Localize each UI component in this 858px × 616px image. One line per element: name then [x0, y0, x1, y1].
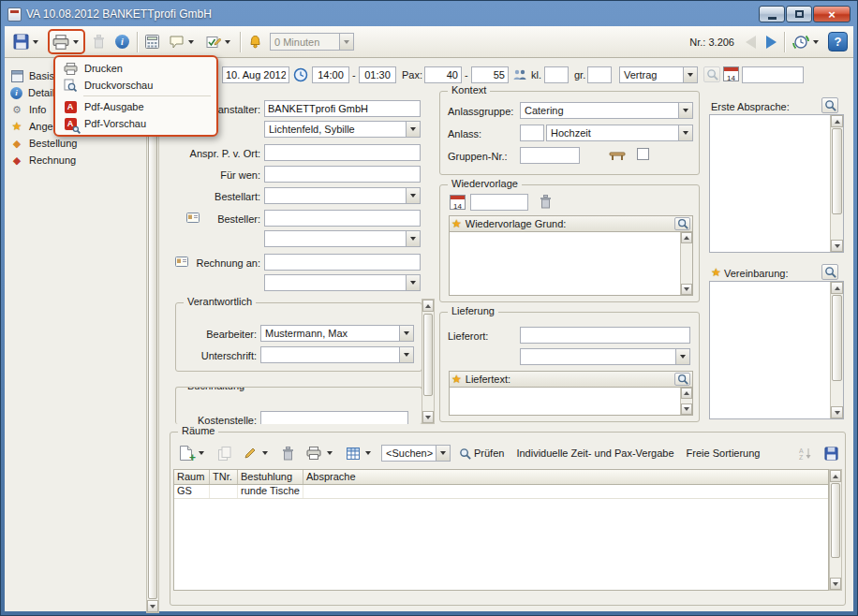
search-button[interactable] — [674, 373, 690, 386]
print-dropdown-arrow[interactable] — [70, 31, 81, 52]
textarea-scrollbar[interactable] — [830, 282, 843, 418]
table-row[interactable]: GS runde Tische — [174, 485, 828, 499]
trash-icon[interactable] — [540, 195, 552, 209]
raeume-table-body[interactable]: GS runde Tische — [173, 485, 829, 591]
add-dropdown-arrow[interactable] — [196, 442, 206, 464]
bestellart-select[interactable] — [264, 187, 421, 204]
lieferort-field[interactable] — [520, 327, 690, 344]
notes-dropdown-arrow[interactable] — [185, 29, 196, 54]
sidebar-item-rechnung[interactable]: ◆ Rechnung — [5, 152, 145, 169]
scrollbar-track[interactable] — [832, 294, 842, 406]
pax-gr-field[interactable] — [587, 66, 612, 83]
tasks-button[interactable] — [203, 29, 235, 54]
chevron-down-icon[interactable] — [399, 347, 413, 362]
scroll-up-icon[interactable] — [831, 115, 843, 127]
view-dropdown-arrow[interactable] — [362, 442, 373, 464]
besteller-field[interactable] — [264, 210, 421, 227]
scroll-up-icon[interactable] — [422, 300, 434, 312]
titlebar[interactable]: VA 10.08.2012 BANKETTprofi GmbH × — [2, 2, 856, 26]
menu-item-pdf-vorschau[interactable]: A Pdf-Vorschau — [57, 115, 214, 132]
notes-button[interactable] — [167, 29, 199, 54]
gruppen-checkbox[interactable] — [637, 148, 649, 160]
scroll-down-icon[interactable] — [681, 284, 692, 295]
erste-absprache-textarea[interactable] — [710, 115, 830, 252]
scrollbar-thumb[interactable] — [423, 314, 433, 396]
scroll-up-icon[interactable] — [831, 282, 843, 294]
scrollbar-track[interactable] — [832, 127, 842, 240]
menu-item-druckvorschau[interactable]: Druckvorschau — [57, 77, 214, 94]
edit-dropdown-arrow[interactable] — [259, 442, 270, 464]
help-button[interactable]: ? — [828, 32, 848, 51]
save-button[interactable] — [10, 29, 43, 54]
anlassgruppe-select[interactable]: Catering — [520, 102, 693, 119]
textarea-scrollbar[interactable] — [680, 232, 692, 295]
chevron-down-icon[interactable] — [406, 275, 420, 290]
scroll-down-icon[interactable] — [830, 578, 841, 590]
fuer-wen-field[interactable] — [264, 166, 421, 183]
menu-item-pdf-ausgabe[interactable]: A Pdf-Ausgabe — [57, 98, 214, 115]
chevron-down-icon[interactable] — [406, 231, 420, 246]
scroll-down-icon[interactable] — [147, 600, 158, 612]
sidebar-item-bestellung[interactable]: ◆ Bestellung — [5, 135, 145, 152]
chevron-down-icon[interactable] — [436, 446, 450, 461]
pax-kl-field[interactable] — [544, 66, 569, 83]
column-header[interactable]: Raum — [174, 470, 210, 484]
kontakt-select[interactable]: Lichtenfeld, Sybille — [264, 121, 421, 138]
print-room-button[interactable] — [303, 442, 338, 464]
form-scrollbar[interactable] — [422, 299, 435, 424]
status-select[interactable]: Vertrag — [619, 66, 698, 83]
chevron-down-icon[interactable] — [683, 67, 697, 82]
time-from-field[interactable] — [312, 66, 349, 83]
liefertext-textarea[interactable] — [450, 388, 680, 415]
chevron-down-icon[interactable] — [675, 349, 689, 364]
scroll-up-icon[interactable] — [830, 470, 841, 482]
pruefen-button[interactable]: Prüfen — [455, 442, 508, 464]
scroll-down-icon[interactable] — [831, 406, 843, 418]
veranstalter-field[interactable] — [264, 100, 421, 117]
calendar-icon[interactable]: 14 — [723, 66, 739, 81]
freie-sortierung-button[interactable]: Freie Sortierung — [683, 442, 764, 464]
calendar-icon[interactable]: 14 — [450, 195, 466, 210]
delete-room-button[interactable] — [278, 442, 298, 464]
chevron-down-icon[interactable] — [339, 34, 353, 50]
print-dropdown-arrow[interactable] — [324, 442, 334, 464]
anspr-field[interactable] — [264, 144, 421, 161]
anlass-select[interactable]: Hochzeit — [546, 125, 693, 141]
edit-room-button[interactable] — [240, 442, 274, 464]
forward-button[interactable] — [763, 29, 779, 54]
tasks-dropdown-arrow[interactable] — [222, 29, 232, 54]
besteller-select[interactable] — [264, 230, 421, 247]
anlass-code-field[interactable] — [520, 125, 544, 141]
rechnung-an-field[interactable] — [264, 254, 421, 271]
search-button[interactable] — [821, 264, 838, 280]
reminder-bell-button[interactable] — [245, 29, 265, 54]
column-header[interactable]: Bestuhlung — [238, 470, 303, 484]
individuelle-button[interactable]: Individuelle Zeit- und Pax-Vergabe — [512, 442, 677, 464]
scroll-up-icon[interactable] — [681, 388, 692, 399]
close-button[interactable]: × — [813, 6, 851, 22]
sidebar-scrollbar[interactable] — [146, 58, 159, 613]
raeume-scrollbar[interactable] — [829, 469, 842, 591]
history-dropdown-arrow[interactable] — [810, 29, 821, 54]
column-header[interactable]: TNr. — [210, 470, 238, 484]
menu-item-drucken[interactable]: Drucken — [57, 60, 214, 77]
reminder-minutes-select[interactable]: 0 Minuten — [270, 33, 354, 51]
kostenstelle-field[interactable] — [260, 411, 408, 424]
gruppen-nr-field[interactable] — [520, 147, 580, 164]
wiedervorlage-grund-textarea[interactable] — [450, 232, 680, 295]
minimize-button[interactable] — [759, 6, 785, 22]
scrollbar-thumb[interactable] — [831, 483, 840, 558]
scrollbar-thumb[interactable] — [832, 128, 842, 214]
scrollbar-track[interactable] — [831, 482, 840, 578]
scrollbar-track[interactable] — [423, 312, 433, 411]
event-date-field[interactable] — [222, 66, 289, 83]
pax-to-field[interactable] — [471, 66, 509, 83]
view-grid-button[interactable] — [343, 442, 377, 464]
chevron-down-icon[interactable] — [678, 103, 692, 118]
wiedervorlage-date-field[interactable] — [470, 194, 528, 211]
pax-from-field[interactable] — [424, 66, 462, 83]
chevron-down-icon[interactable] — [678, 125, 692, 140]
vereinbarung-textarea[interactable] — [710, 282, 830, 418]
raeume-table-header[interactable]: Raum TNr. Bestuhlung Absprache — [173, 469, 829, 485]
chevron-down-icon[interactable] — [406, 188, 420, 203]
